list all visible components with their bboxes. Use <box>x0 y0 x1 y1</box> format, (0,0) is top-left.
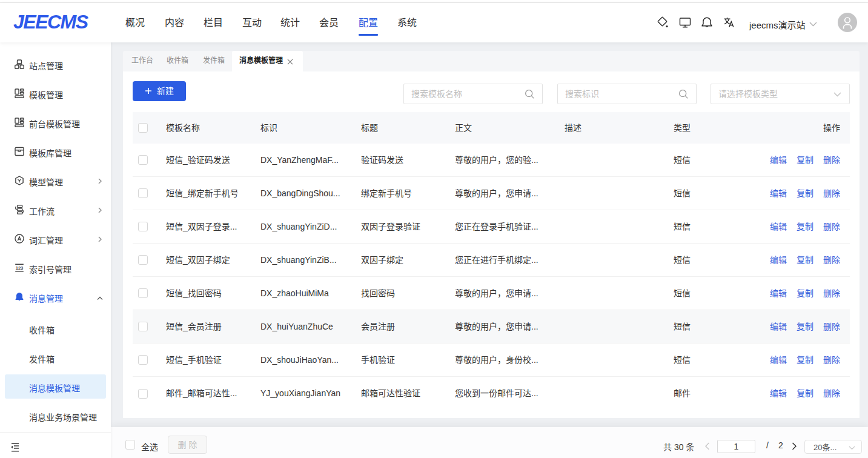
svg-text:123: 123 <box>16 265 24 271</box>
